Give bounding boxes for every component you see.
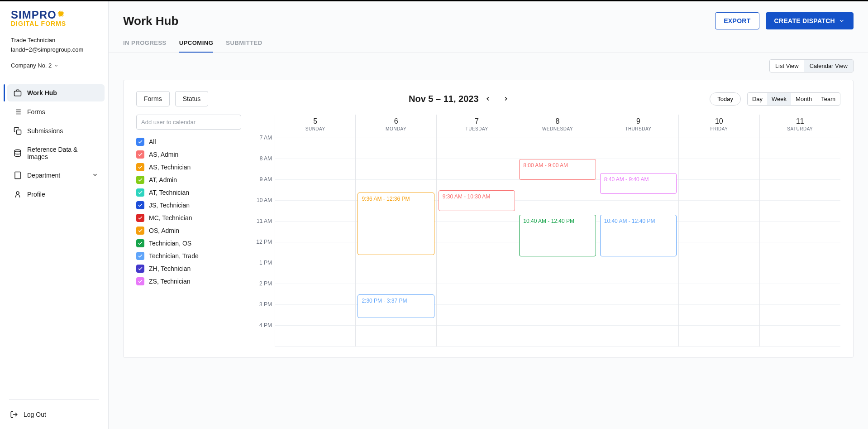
range-day[interactable]: Day bbox=[748, 93, 767, 105]
calendar-event[interactable]: 10:40 AM - 12:40 PM bbox=[600, 215, 677, 256]
company-select-label: Company No. 2 bbox=[11, 62, 52, 69]
hour-cell bbox=[517, 326, 597, 347]
user-role: Trade Technician bbox=[11, 37, 97, 43]
logout-icon bbox=[10, 410, 18, 419]
calendar-event[interactable]: 8:40 AM - 9:40 AM bbox=[600, 173, 677, 194]
user-row-label: OS, Admin bbox=[149, 227, 179, 234]
create-dispatch-button[interactable]: CREATE DISPATCH bbox=[766, 12, 854, 29]
next-week-button[interactable] bbox=[501, 93, 511, 104]
user-row[interactable]: OS, Admin bbox=[136, 227, 241, 235]
calendar-event[interactable]: 9:30 AM - 10:30 AM bbox=[439, 190, 515, 211]
hour-cell bbox=[437, 242, 517, 263]
sidebar-item-work-hub[interactable]: Work Hub bbox=[7, 84, 105, 101]
range-week[interactable]: Week bbox=[767, 93, 791, 105]
tab-upcoming[interactable]: UPCOMING bbox=[179, 33, 214, 53]
user-row[interactable]: ZH, Technician bbox=[136, 265, 241, 273]
user-row[interactable]: AS, Technician bbox=[136, 163, 241, 171]
user-row[interactable]: Technician, OS bbox=[136, 239, 241, 247]
user-row[interactable]: All bbox=[136, 138, 241, 146]
calendar-event[interactable]: 9:36 AM - 12:36 PM bbox=[358, 193, 434, 255]
checkbox-icon bbox=[136, 188, 144, 197]
calendar-body: AllAS, AdminAS, TechnicianAT, AdminAT, T… bbox=[136, 115, 840, 347]
calendar-event[interactable]: 8:00 AM - 9:00 AM bbox=[519, 159, 596, 180]
range-month[interactable]: Month bbox=[791, 93, 816, 105]
sidebar-item-department[interactable]: Department bbox=[7, 167, 105, 184]
hour-cell bbox=[679, 159, 759, 180]
checkbox-icon bbox=[136, 138, 144, 146]
create-dispatch-label: CREATE DISPATCH bbox=[774, 17, 835, 24]
hour-cell bbox=[275, 242, 355, 263]
sidebar-item-label: Profile bbox=[27, 191, 45, 198]
briefcase-icon bbox=[14, 89, 22, 97]
day-column: 10FRIDAY bbox=[679, 115, 759, 347]
day-column: 9THURSDAY8:40 AM - 9:40 AM10:40 AM - 12:… bbox=[598, 115, 679, 347]
sidebar-item-label: Forms bbox=[27, 108, 45, 116]
user-row-label: AT, Technician bbox=[149, 189, 189, 196]
tab-in-progress[interactable]: IN PROGRESS bbox=[123, 33, 167, 53]
calendar-grid: 7 AM8 AM9 AM10 AM11 AM12 PM1 PM2 PM3 PM4… bbox=[249, 115, 840, 347]
user-row[interactable]: JS, Technician bbox=[136, 201, 241, 209]
user-row[interactable]: Technician, Trade bbox=[136, 252, 241, 260]
user-row[interactable]: ZS, Technician bbox=[136, 277, 241, 285]
user-row[interactable]: AT, Admin bbox=[136, 176, 241, 184]
sidebar-item-logout[interactable]: Log Out bbox=[4, 406, 108, 423]
forms-filter-button[interactable]: Forms bbox=[136, 91, 170, 106]
hour-cell bbox=[437, 305, 517, 326]
day-column: 11SATURDAY bbox=[760, 115, 840, 347]
hour-lines: 9:30 AM - 10:30 AM bbox=[437, 138, 517, 347]
hour-cell bbox=[760, 326, 840, 347]
today-button[interactable]: Today bbox=[710, 92, 741, 106]
hour-cell bbox=[598, 305, 678, 326]
logo-line2: DIGITAL FORMS bbox=[11, 20, 97, 27]
day-head: 11SATURDAY bbox=[760, 115, 840, 138]
hour-cell bbox=[275, 305, 355, 326]
hour-lines: 8:00 AM - 9:00 AM10:40 AM - 12:40 PM bbox=[517, 138, 597, 347]
user-list: AllAS, AdminAS, TechnicianAT, AdminAT, T… bbox=[136, 138, 241, 290]
add-user-input[interactable] bbox=[136, 115, 241, 130]
hour-cell bbox=[517, 263, 597, 284]
copy-icon bbox=[14, 127, 22, 135]
hour-label: 7 AM bbox=[249, 135, 275, 155]
tab-submitted[interactable]: SUBMITTED bbox=[226, 33, 262, 53]
day-name: TUESDAY bbox=[437, 126, 517, 131]
sidebar: SIMPRO ✹ DIGITAL FORMS Trade Technician … bbox=[0, 1, 109, 429]
hour-cell bbox=[760, 159, 840, 180]
hour-cell bbox=[760, 180, 840, 201]
checkbox-icon bbox=[136, 163, 144, 171]
hour-label: 8 AM bbox=[249, 155, 275, 176]
hour-cell bbox=[437, 263, 517, 284]
calendar-event[interactable]: 10:40 AM - 12:40 PM bbox=[519, 215, 596, 256]
status-filter-button[interactable]: Status bbox=[175, 91, 209, 106]
user-row[interactable]: AT, Technician bbox=[136, 188, 241, 197]
calendar-event[interactable]: 2:30 PM - 3:37 PM bbox=[358, 294, 434, 318]
hour-cell bbox=[437, 138, 517, 159]
checkbox-icon bbox=[136, 214, 144, 222]
day-head: 10FRIDAY bbox=[679, 115, 759, 138]
sidebar-item-forms[interactable]: Forms bbox=[7, 103, 105, 121]
sidebar-item-profile[interactable]: Profile bbox=[7, 186, 105, 203]
user-row-label: AT, Admin bbox=[149, 176, 177, 183]
range-team[interactable]: Team bbox=[816, 93, 840, 105]
sidebar-item-reference[interactable]: Reference Data & Images bbox=[7, 141, 105, 165]
prev-week-button[interactable] bbox=[482, 93, 493, 104]
svg-rect-0 bbox=[14, 91, 21, 96]
day-number: 11 bbox=[760, 117, 840, 125]
hour-cell bbox=[437, 284, 517, 305]
hour-cell bbox=[356, 159, 436, 180]
hour-cell bbox=[517, 305, 597, 326]
hour-cell bbox=[517, 138, 597, 159]
user-row[interactable]: MC, Technician bbox=[136, 214, 241, 222]
user-row-label: Technician, Trade bbox=[149, 252, 199, 260]
user-row[interactable]: AS, Admin bbox=[136, 150, 241, 159]
main: Work Hub EXPORT CREATE DISPATCH IN PROGR… bbox=[109, 1, 868, 429]
list-icon bbox=[14, 108, 22, 116]
company-select[interactable]: Company No. 2 bbox=[0, 58, 108, 77]
calendar-title: Nov 5 – 11, 2023 bbox=[214, 93, 710, 104]
sidebar-item-submissions[interactable]: Submissions bbox=[7, 122, 105, 140]
list-view-toggle[interactable]: List View bbox=[770, 60, 804, 72]
calendar-view-toggle[interactable]: Calendar View bbox=[804, 60, 853, 72]
export-button[interactable]: EXPORT bbox=[715, 12, 759, 29]
day-column: 8WEDNESDAY8:00 AM - 9:00 AM10:40 AM - 12… bbox=[517, 115, 598, 347]
hour-cell bbox=[760, 263, 840, 284]
user-row-label: ZS, Technician bbox=[149, 278, 191, 285]
